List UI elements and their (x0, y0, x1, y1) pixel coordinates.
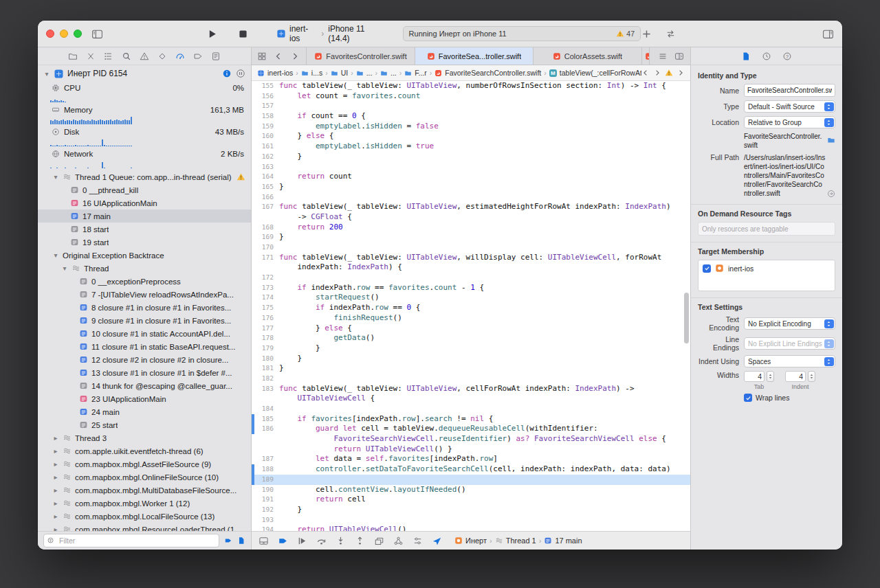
line-number-gutter[interactable]: 171 (252, 253, 279, 263)
stack-frame-row[interactable]: 11 closure #1 in static BaseAPI.request.… (38, 340, 251, 353)
thread-row[interactable]: ▸com.mapbox.mbgl.AssetFileSource (9) (38, 457, 251, 471)
code-line[interactable]: 191 return cell (252, 495, 690, 505)
line-number-gutter[interactable]: 166 (252, 192, 279, 203)
editor-tab[interactable]: FavoriteSea...troller.swift (415, 47, 533, 65)
source-control-navigator-icon[interactable] (86, 52, 96, 61)
disclosure-closed-icon[interactable]: ▸ (52, 486, 59, 494)
code-line[interactable]: indexPath: IndexPath) { (252, 262, 690, 273)
resource-tags-field[interactable]: Only resources are taggable (698, 222, 835, 236)
tab-width-field[interactable]: 4 (744, 371, 764, 382)
line-number-gutter[interactable]: 168 (252, 223, 279, 233)
line-number-gutter[interactable]: 189 (252, 475, 279, 485)
line-number-gutter[interactable]: 186 (252, 424, 279, 434)
code-line[interactable]: 173 if indexPath.row == favorites.count … (252, 283, 690, 293)
line-number-gutter[interactable] (252, 394, 279, 404)
stack-frame-row[interactable]: 0 __exceptionPreprocess (38, 275, 251, 288)
stack-frame-row[interactable]: 10 closure #1 in static AccountAPI.del..… (38, 327, 251, 340)
stack-frames-toggle-icon[interactable] (237, 536, 245, 545)
breadcrumb-item[interactable]: F...r (404, 69, 427, 77)
choose-location-button[interactable] (827, 136, 835, 144)
disclosure-closed-icon[interactable]: ▸ (52, 525, 59, 531)
stack-frame-row[interactable]: 23 UIApplicationMain (38, 392, 251, 405)
zoom-button[interactable] (74, 30, 82, 38)
code-line[interactable]: 155func tableView(_ tableView: UITableVi… (252, 81, 690, 91)
code-line[interactable]: 166 (252, 192, 690, 203)
line-number-gutter[interactable]: 175 (252, 303, 279, 313)
stack-frame-row[interactable]: 17 main (38, 210, 251, 223)
disclosure-closed-icon[interactable]: ▸ (52, 434, 59, 442)
code-line[interactable]: 178 getData() (252, 333, 690, 343)
line-number-gutter[interactable]: 172 (252, 273, 279, 283)
stack-frame-row[interactable]: 19 start (38, 236, 251, 249)
line-number-gutter[interactable]: 177 (252, 324, 279, 334)
thread-row[interactable]: ▸com.mapbox.mbgl.LocalFileSource (13) (38, 510, 251, 523)
thread-row[interactable]: ▸com.mapbox.mbgl.Worker 1 (12) (38, 497, 251, 510)
disclosure-closed-icon[interactable]: ▸ (52, 512, 59, 520)
location-popup[interactable]: Relative to Group (744, 116, 835, 128)
editor-tab[interactable]: FavoritesController.swift (306, 47, 415, 65)
code-line[interactable]: 180 } (252, 354, 690, 364)
debug-breadcrumb-item[interactable]: Инерт (454, 536, 487, 545)
disclosure-closed-icon[interactable]: ▸ (52, 473, 59, 481)
debug-breadcrumb-item[interactable]: Thread 1 (495, 536, 536, 545)
line-number-gutter[interactable]: 164 (252, 172, 279, 182)
line-number-gutter[interactable]: 167 (252, 202, 279, 212)
line-number-gutter[interactable]: 174 (252, 293, 279, 303)
indent-using-popup[interactable]: Spaces (744, 355, 835, 368)
code-line[interactable]: 160 } else { (252, 131, 690, 142)
code-line[interactable]: 172 (252, 273, 690, 283)
stack-frame-row[interactable]: 16 UIApplicationMain (38, 196, 251, 210)
debug-navigator-icon[interactable] (175, 52, 185, 61)
disclosure-closed-icon[interactable]: ▸ (52, 460, 59, 468)
code-line[interactable]: 169} (252, 232, 690, 242)
stack-frame-row[interactable]: 0 __pthread_kill (38, 183, 251, 196)
disclosure-open-icon[interactable]: ▾ (52, 173, 59, 181)
stack-frame-row[interactable]: 25 start (38, 418, 251, 431)
close-button[interactable] (46, 30, 54, 38)
view-hierarchy-icon[interactable] (374, 536, 384, 546)
line-number-gutter[interactable] (252, 444, 279, 455)
wrap-lines-checkbox[interactable] (744, 394, 752, 402)
thread-row[interactable]: ▾Original Exception Backtrace (38, 249, 251, 262)
gauge-cpu[interactable]: CPU0% (38, 82, 251, 102)
code-line[interactable]: 170 (252, 242, 690, 253)
code-line[interactable]: 171func tableView(_ tableView: UITableVi… (252, 253, 690, 263)
code-line[interactable]: 165} (252, 182, 690, 192)
line-number-gutter[interactable]: 181 (252, 363, 279, 374)
target-row[interactable]: inert-ios (703, 264, 830, 273)
code-line[interactable]: 188 controller.setDataToFavoriteSearchCe… (252, 464, 690, 475)
indent-width-field[interactable]: 4 (785, 371, 806, 382)
code-line[interactable]: 189 (252, 475, 690, 485)
gauge-row[interactable]: Disk43 MB/s (38, 126, 251, 137)
line-number-gutter[interactable]: 182 (252, 374, 279, 384)
code-line[interactable]: 158 if count == 0 { (252, 111, 690, 122)
disclosure-open-icon[interactable]: ▾ (43, 70, 50, 78)
history-inspector-tab[interactable] (762, 52, 771, 61)
line-number-gutter[interactable]: 165 (252, 182, 279, 192)
line-number-gutter[interactable] (252, 434, 279, 444)
line-number-gutter[interactable]: 163 (252, 162, 279, 172)
line-number-gutter[interactable]: 190 (252, 485, 279, 495)
scrollbar-thumb[interactable] (684, 293, 689, 343)
breadcrumb-item[interactable]: MtableView(_:cellForRowAt:) (549, 69, 641, 77)
thread-row[interactable]: ▸com.apple.uikit.eventfetch-thread (6) (38, 444, 251, 457)
text-encoding-popup[interactable]: No Explicit Encoding (744, 317, 835, 330)
jump-chevron-icon[interactable] (676, 69, 685, 77)
disclosure-closed-icon[interactable]: ▸ (52, 447, 59, 455)
line-number-gutter[interactable] (252, 262, 279, 273)
code-line[interactable]: 175 if indexPath.row == 0 { (252, 303, 690, 313)
code-line[interactable]: 177 } else { (252, 324, 690, 334)
code-line[interactable]: 192 } (252, 505, 690, 515)
issue-warning-icon[interactable] (665, 69, 673, 77)
line-number-gutter[interactable]: 179 (252, 343, 279, 354)
line-number-gutter[interactable]: 191 (252, 495, 279, 505)
line-number-gutter[interactable]: 156 (252, 91, 279, 102)
disclosure-open-icon[interactable]: ▾ (61, 264, 68, 272)
code-line[interactable]: 163 (252, 162, 690, 172)
code-line[interactable]: 168 return 200 (252, 223, 690, 233)
code-line[interactable]: 181} (252, 363, 690, 374)
code-line[interactable]: -> CGFloat { (252, 212, 690, 223)
code-line[interactable]: 185 if favorites[indexPath.row].search !… (252, 414, 690, 425)
code-line[interactable]: 161 emptyLabel.isHidden = true (252, 142, 690, 152)
thread-row[interactable]: ▸com.mapbox.mbgl.ResourceLoaderThread (1… (38, 523, 251, 531)
